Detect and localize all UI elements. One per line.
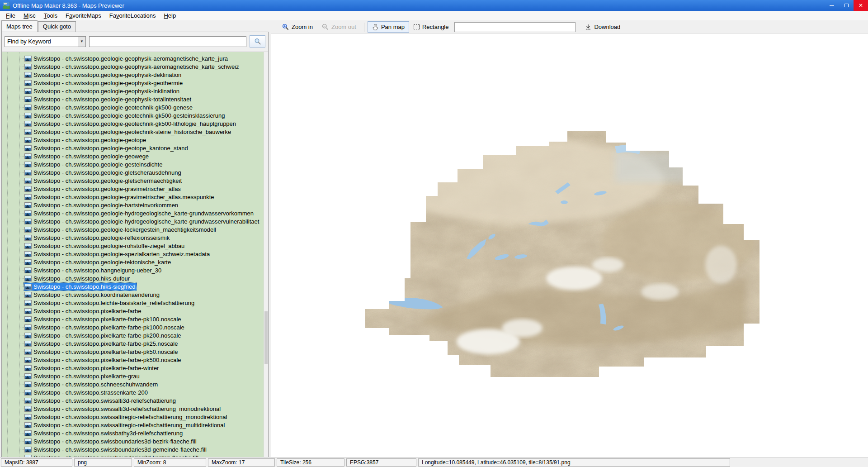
find-by-dropdown[interactable]: Find by Keyword ▼	[5, 36, 86, 47]
tree-connector	[20, 335, 24, 336]
tree-item[interactable]: Swisstopo - ch.swisstopo.geologie-geotop…	[2, 136, 264, 144]
tree-item-label: Swisstopo - ch.swisstopo.pixelkarte-farb…	[33, 332, 181, 339]
zoom-out-button[interactable]: Zoom out	[317, 21, 361, 33]
tree-item-label: Swisstopo - ch.swisstopo.pixelkarte-farb…	[33, 365, 159, 372]
tree-item-label: Swisstopo - ch.swisstopo.swissboundaries…	[33, 446, 207, 453]
tree-item[interactable]: Swisstopo - ch.swisstopo.geologie-hartst…	[2, 201, 264, 209]
map-layer-icon	[24, 292, 32, 298]
tree-item[interactable]: Swisstopo - ch.swisstopo.swissalti3d-rel…	[2, 405, 264, 413]
search-button[interactable]	[250, 35, 265, 48]
tree-item[interactable]: Swisstopo - ch.swisstopo.hangneigung-ueb…	[2, 266, 264, 274]
menu-favoritemaps[interactable]: FavoriteMaps	[61, 11, 105, 20]
tree-item[interactable]: Swisstopo - ch.swisstopo.swissaltiregio-…	[2, 421, 264, 429]
tree-item[interactable]: Swisstopo - ch.swisstopo.pixelkarte-farb…	[2, 339, 264, 348]
menu-file[interactable]: File	[2, 11, 19, 20]
tree-item[interactable]: Swisstopo - ch.swisstopo.pixelkarte-farb…	[2, 323, 264, 331]
tree-item-label: Swisstopo - ch.swisstopo.pixelkarte-farb…	[33, 340, 178, 347]
minimize-button[interactable]	[825, 0, 839, 11]
tree-item[interactable]: Swisstopo - ch.swisstopo.geologie-gravim…	[2, 185, 264, 193]
tree-item[interactable]: Swisstopo - ch.swisstopo.geologie-hydrog…	[2, 217, 264, 225]
tree-item-label: Swisstopo - ch.swisstopo.geologie-reflex…	[33, 234, 170, 241]
tree-item[interactable]: Swisstopo - ch.swisstopo.schneeschuhwand…	[2, 380, 264, 388]
tree-item[interactable]: Swisstopo - ch.swisstopo.geologie-gletsc…	[2, 168, 264, 176]
map-layer-icon	[24, 88, 32, 94]
map-preview-area[interactable]	[271, 34, 868, 457]
tab-quick-goto[interactable]: Quick goto	[38, 21, 76, 32]
map-layer-icon	[24, 341, 32, 347]
tree-item[interactable]: Swisstopo - ch.swisstopo.geologie-spezia…	[2, 250, 264, 258]
tree-item[interactable]: Swisstopo - ch.swisstopo.pixelkarte-farb…	[2, 348, 264, 356]
tree-item[interactable]: Swisstopo - ch.swisstopo.geologie-locker…	[2, 225, 264, 234]
tree-item-label: Swisstopo - ch.swisstopo.hangneigung-ueb…	[33, 267, 161, 274]
menu-help[interactable]: Help	[160, 11, 180, 20]
tree-item[interactable]: Swisstopo - ch.swisstopo.geologie-tekton…	[2, 258, 264, 266]
status-panel-5: EPSG:3857	[346, 458, 416, 467]
maximize-button[interactable]	[839, 0, 854, 11]
tree-item[interactable]: Swisstopo - ch.swisstopo.geologie-geophy…	[2, 62, 264, 71]
zoom-in-label: Zoom in	[292, 24, 313, 30]
tree-item[interactable]: Swisstopo - ch.swisstopo.leichte-basiska…	[2, 299, 264, 307]
tree-connector	[20, 221, 24, 222]
tree-item[interactable]: Swisstopo - ch.swisstopo.strassenkarte-2…	[2, 388, 264, 396]
map-layer-icon	[24, 64, 32, 70]
tree-item[interactable]: Swisstopo - ch.swisstopo.geologie-geophy…	[2, 87, 264, 95]
map-layer-icon	[24, 422, 32, 428]
menu-misc[interactable]: Misc	[19, 11, 40, 20]
tree-item[interactable]: Swisstopo - ch.swisstopo.geologie-geotec…	[2, 119, 264, 128]
close-button[interactable]: ✕	[854, 0, 868, 11]
tree-item[interactable]: Swisstopo - ch.swisstopo.swissalti3d-rel…	[2, 396, 264, 405]
scrollbar-thumb[interactable]	[264, 311, 268, 364]
pan-map-button[interactable]: Pan map	[368, 21, 409, 33]
tree-list: Swisstopo - ch.swisstopo.geologie-geophy…	[2, 52, 264, 457]
tree-item[interactable]: Swisstopo - ch.swisstopo.geologie-gestei…	[2, 160, 264, 168]
tree-item[interactable]: Swisstopo - ch.swisstopo.geologie-geotec…	[2, 103, 264, 111]
rectangle-select-icon	[414, 24, 420, 29]
right-panel: Zoom in Zoom out Pan map	[271, 20, 868, 457]
tree-item[interactable]: Swisstopo - ch.swisstopo.geologie-rohsto…	[2, 242, 264, 250]
vertical-scrollbar[interactable]	[264, 52, 268, 457]
tree-item[interactable]: Swisstopo - ch.swisstopo.pixelkarte-farb…	[2, 356, 264, 364]
tree-item[interactable]: Swisstopo - ch.swisstopo.geologie-hydrog…	[2, 209, 264, 217]
rectangle-button[interactable]: Rectangle	[409, 21, 453, 33]
tree-item[interactable]: Swisstopo - ch.swisstopo.swissboundaries…	[2, 453, 264, 457]
tree-item[interactable]: Swisstopo - ch.swisstopo.geologie-geophy…	[2, 71, 264, 79]
menu-favoritelocations[interactable]: FavoriteLocations	[105, 11, 160, 20]
tree-item[interactable]: Swisstopo - ch.swisstopo.geologie-reflex…	[2, 234, 264, 242]
tree-item-selected[interactable]: Swisstopo - ch.swisstopo.hiks-siegfried	[2, 282, 264, 291]
tree-item[interactable]: Swisstopo - ch.swisstopo.pixelkarte-farb…	[2, 364, 264, 372]
tree-connector	[20, 181, 24, 181]
search-input[interactable]	[89, 36, 246, 47]
menu-tools[interactable]: Tools	[40, 11, 61, 20]
toolbar-input[interactable]	[454, 22, 576, 32]
tree-item[interactable]: Swisstopo - ch.swisstopo.swissaltiregio-…	[2, 413, 264, 421]
tree-item-label: Swisstopo - ch.swisstopo.swissaltiregio-…	[33, 414, 227, 420]
menu-bar: FileMiscToolsFavoriteMapsFavoriteLocatio…	[0, 11, 868, 20]
tree-item[interactable]: Swisstopo - ch.swisstopo.geologie-gravim…	[2, 193, 264, 201]
tree-item[interactable]: Swisstopo - ch.swisstopo.geologie-geotop…	[2, 144, 264, 152]
tree-item[interactable]: Swisstopo - ch.swisstopo.geologie-gletsc…	[2, 176, 264, 185]
tree-item[interactable]: Swisstopo - ch.swisstopo.pixelkarte-farb…	[2, 315, 264, 323]
tree-item-label: Swisstopo - ch.swisstopo.geologie-hartst…	[33, 202, 178, 209]
tree-item[interactable]: Swisstopo - ch.swisstopo.swissboundaries…	[2, 437, 264, 445]
zoom-in-button[interactable]: Zoom in	[278, 21, 317, 33]
tree-item[interactable]: Swisstopo - ch.swisstopo.geologie-geophy…	[2, 54, 264, 62]
tree-item[interactable]: Swisstopo - ch.swisstopo.swissbathy3d-re…	[2, 429, 264, 437]
tree-item[interactable]: Swisstopo - ch.swisstopo.pixelkarte-farb…	[2, 307, 264, 315]
tree-connector	[20, 303, 24, 303]
tree-item[interactable]: Swisstopo - ch.swisstopo.geologie-geophy…	[2, 79, 264, 87]
tree-item[interactable]: Swisstopo - ch.swisstopo.pixelkarte-grau	[2, 372, 264, 380]
chevron-down-icon[interactable]: ▼	[78, 37, 85, 47]
tree-item-label: Swisstopo - ch.swisstopo.geologie-geoweg…	[33, 153, 149, 160]
tree-item-label: Swisstopo - ch.swisstopo.geologie-geotop…	[33, 145, 188, 152]
tree-item[interactable]: Swisstopo - ch.swisstopo.geologie-geotec…	[2, 128, 264, 136]
tree-item[interactable]: Swisstopo - ch.swisstopo.geologie-geotec…	[2, 111, 264, 119]
tree-item[interactable]: Swisstopo - ch.swisstopo.koordinatenaend…	[2, 291, 264, 299]
tree-item[interactable]: Swisstopo - ch.swisstopo.geologie-geophy…	[2, 95, 264, 103]
tree-item[interactable]: Swisstopo - ch.swisstopo.swissboundaries…	[2, 445, 264, 453]
tree-item[interactable]: Swisstopo - ch.swisstopo.geologie-geoweg…	[2, 152, 264, 160]
tree-item[interactable]: Swisstopo - ch.swisstopo.hiks-dufour	[2, 274, 264, 282]
tree-item[interactable]: Swisstopo - ch.swisstopo.pixelkarte-farb…	[2, 331, 264, 339]
download-button[interactable]: Download	[580, 21, 625, 33]
map-layer-icon	[24, 96, 32, 102]
tab-maps-tree[interactable]: Maps tree	[1, 20, 38, 32]
